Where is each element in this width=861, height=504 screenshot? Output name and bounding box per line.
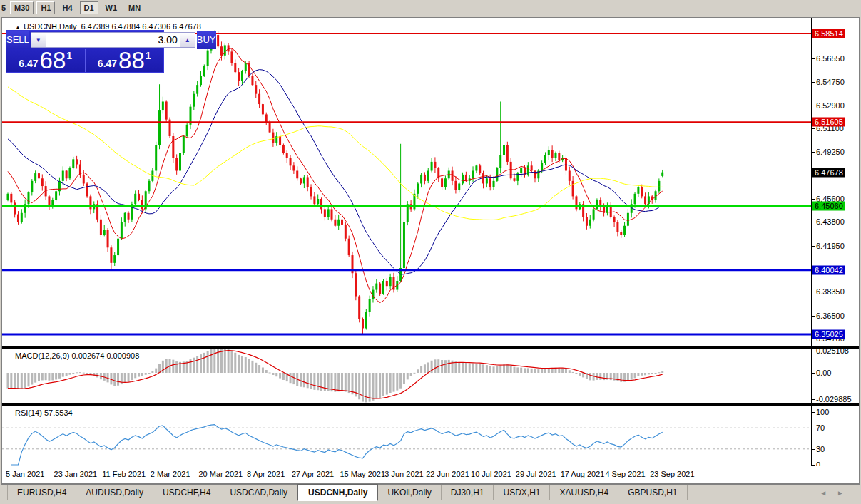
date-axis-label: 17 Aug 2021	[561, 470, 605, 478]
price-tick-mark	[812, 316, 815, 317]
chart-tab-bar: EURUSD,H4AUDUSD,DailyUSDCHF,H4USDCAD,Dai…	[1, 484, 860, 501]
price-axis[interactable]: 6.565506.547506.529006.511006.492506.456…	[812, 18, 859, 346]
rsi-tick-label: 0	[816, 461, 820, 466]
timeframe-button-5[interactable]: 5	[0, 1, 7, 14]
date-axis[interactable]: 5 Jan 202123 Jan 202111 Feb 20212 Mar 20…	[2, 466, 859, 483]
date-axis-label: 15 May 2021	[340, 470, 386, 478]
date-axis-label: 29 Jul 2021	[516, 470, 556, 478]
date-axis-label: 11 Feb 2021	[102, 470, 146, 478]
chart-tab-usdx[interactable]: USDX,H1	[494, 485, 550, 500]
price-level-badge: 6.40042	[812, 265, 845, 274]
date-axis-label: 27 Apr 2021	[292, 470, 334, 478]
buy-price-sup: 1	[146, 50, 151, 61]
chart-tab-audusd[interactable]: AUDUSD,Daily	[76, 485, 153, 500]
macd-tick-label: 0.00	[816, 369, 831, 377]
date-axis-label: 22 Jun 2021	[426, 470, 469, 478]
chart-tab-dj30[interactable]: DJ30,H1	[442, 485, 494, 500]
timeframe-button-w1[interactable]: W1	[101, 1, 122, 14]
date-axis-label: 20 Mar 2021	[198, 470, 243, 478]
rsi-plot[interactable]: RSI(14) 57.5534	[2, 406, 812, 466]
sell-button[interactable]: SELL	[6, 31, 29, 49]
sell-price-small: 6.47	[19, 58, 38, 69]
macd-plot[interactable]: MACD(12,26,9) 0.002674 0.000908	[2, 349, 812, 403]
price-tick-label: 6.41950	[816, 242, 845, 250]
macd-tick-label: 0.025108	[816, 349, 849, 355]
price-tick-mark	[812, 128, 815, 129]
volume-input[interactable]	[46, 33, 180, 47]
price-plot[interactable]: ▲USDCNH,Daily 6.47389 6.47884 6.47306 6.…	[2, 18, 812, 346]
mt4-workspace: { "toolbar": { "buttons": [ {"label": "5…	[0, 0, 861, 504]
tab-scroll-right-icon[interactable]: ►	[837, 489, 854, 497]
price-tick-mark	[812, 199, 815, 200]
macd-pane: MACD(12,26,9) 0.002674 0.000908 0.025108…	[2, 349, 859, 403]
volume-decrease-button[interactable]: ▼	[31, 33, 46, 47]
buy-price-display[interactable]: 6.47881	[86, 49, 164, 72]
price-tick-label: 6.49250	[816, 148, 845, 156]
chart-tab-usdcad[interactable]: USDCAD,Daily	[220, 485, 297, 500]
price-tick-label: 6.56550	[816, 54, 845, 63]
price-tick-label: 6.52900	[816, 101, 845, 110]
sell-price-display[interactable]: 6.47681	[6, 49, 86, 72]
price-level-badge: 6.45060	[812, 201, 845, 210]
volume-increase-button[interactable]: ▲	[180, 33, 195, 47]
price-tick-label: 6.38350	[816, 287, 845, 296]
date-axis-label: 5 Jan 2021	[6, 470, 44, 478]
timeframe-button-d1[interactable]: D1	[80, 1, 98, 14]
timeframe-button-h1[interactable]: H1	[36, 1, 55, 14]
timeframe-button-m30[interactable]: M30	[10, 1, 34, 14]
price-pane: ▲USDCNH,Daily 6.47389 6.47884 6.47306 6.…	[2, 18, 859, 346]
timeframe-button-mn[interactable]: MN	[124, 1, 145, 14]
date-axis-label: 8 Apr 2021	[247, 470, 285, 478]
price-tick-mark	[812, 222, 815, 222]
price-tick-label: 6.54750	[816, 78, 845, 86]
date-axis-label: 23 Sep 2021	[650, 470, 694, 478]
buy-button-label: BUY	[197, 34, 216, 46]
timeframe-button-h4[interactable]: H4	[58, 1, 76, 14]
rsi-pane: RSI(14) 57.5534 10070300	[2, 406, 859, 466]
macd-tick-mark	[812, 373, 815, 374]
macd-tick-mark	[812, 351, 815, 351]
date-axis-label: 23 Jan 2021	[54, 470, 98, 478]
buy-button[interactable]: BUY	[197, 31, 216, 49]
rsi-axis[interactable]: 10070300	[812, 406, 859, 466]
price-tick-label: 6.43800	[816, 217, 845, 226]
date-axis-label: 10 Jul 2021	[471, 470, 511, 478]
chart-tab-eurusd[interactable]: EURUSD,H4	[7, 485, 76, 500]
sell-price-sup: 1	[66, 50, 72, 61]
price-tick-label: 6.36500	[816, 312, 845, 320]
price-tick-mark	[812, 58, 815, 59]
rsi-tick-label: 100	[816, 408, 829, 416]
price-level-badge: 6.51605	[812, 118, 845, 127]
chart-tab-xauusd[interactable]: XAUUSD,H4	[550, 485, 618, 500]
rsi-tick-label: 70	[816, 423, 825, 432]
price-level-badge: 6.35025	[812, 330, 845, 339]
price-tick-mark	[812, 246, 815, 247]
date-axis-label: 4 Sep 2021	[605, 470, 645, 478]
price-tick-mark	[812, 106, 815, 106]
rsi-chart[interactable]	[2, 406, 811, 466]
tab-scroll-left-icon[interactable]: ◄	[820, 489, 837, 497]
rsi-tick-mark	[812, 449, 815, 450]
chart-window: ▲USDCNH,Daily 6.47389 6.47884 6.47306 6.…	[1, 17, 860, 484]
chart-tab-gbpusd[interactable]: GBPUSD,H1	[618, 485, 687, 500]
rsi-tick-mark	[812, 428, 815, 428]
volume-spinner: ▼ ▲	[31, 32, 195, 48]
price-tick-mark	[812, 82, 815, 83]
macd-tick-label: -0.029885	[816, 395, 852, 403]
price-level-badge: 6.58514	[812, 29, 845, 38]
macd-axis[interactable]: 0.0251080.00-0.029885	[812, 349, 859, 403]
sell-price-big: 68	[40, 50, 66, 71]
buy-price-big: 88	[118, 50, 145, 71]
price-tick-mark	[812, 292, 815, 292]
chart-tab-usdchf[interactable]: USDCHF,H4	[153, 485, 220, 500]
chart-tab-usdcnh[interactable]: USDCNH,Daily	[297, 484, 378, 501]
one-click-trade-panel: SELL ▼ ▲ BUY 6.47681 6.47881	[6, 30, 164, 73]
date-axis-label: 3 Jun 2021	[384, 470, 423, 478]
rsi-indicator-label: RSI(14) 57.5534	[15, 408, 73, 417]
date-axis-label: 2 Mar 2021	[151, 470, 190, 478]
buy-price-small: 6.47	[98, 58, 117, 69]
chart-tab-ukoil[interactable]: UKOil,Daily	[378, 485, 441, 500]
rsi-tick-label: 30	[816, 445, 825, 453]
price-tick-mark	[812, 152, 815, 153]
sell-button-label: SELL	[6, 34, 29, 46]
